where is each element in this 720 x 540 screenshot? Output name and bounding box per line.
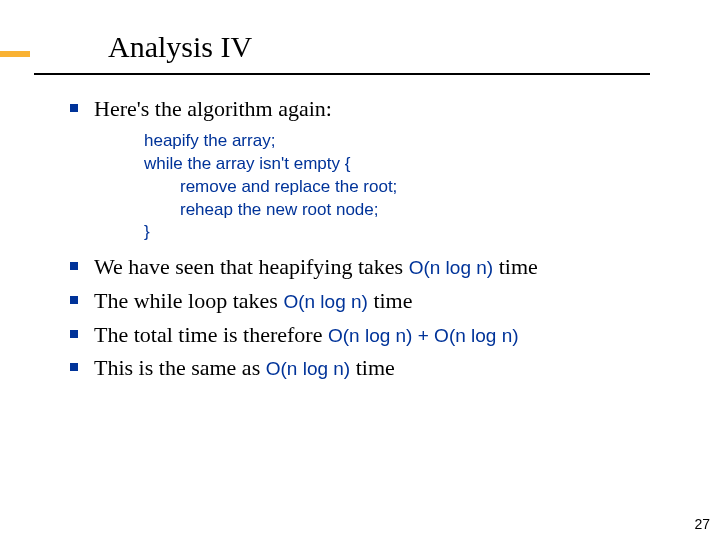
bullet-item: The total time is therefore O(n log n) +… bbox=[70, 320, 690, 350]
text-fragment: We have seen that heapifying takes bbox=[94, 254, 409, 279]
text-fragment: time bbox=[493, 254, 538, 279]
text-fragment: This is the same as bbox=[94, 355, 266, 380]
code-line: remove and replace the root; bbox=[144, 176, 690, 199]
bullet-square-icon bbox=[70, 296, 78, 304]
bullet-text: The while loop takes O(n log n) time bbox=[94, 286, 413, 316]
text-fragment: time bbox=[368, 288, 413, 313]
code-line: } bbox=[144, 221, 690, 244]
page-number: 27 bbox=[694, 516, 710, 532]
code-inline: O(n log n) bbox=[328, 325, 412, 346]
bullet-square-icon bbox=[70, 330, 78, 338]
code-inline: O(n log n) bbox=[434, 325, 518, 346]
bullet-text: Here's the algorithm again: bbox=[94, 94, 332, 124]
slide-title: Analysis IV bbox=[108, 30, 252, 64]
bullet-item: Here's the algorithm again: bbox=[70, 94, 690, 124]
bullet-square-icon bbox=[70, 104, 78, 112]
code-inline: O(n log n) bbox=[409, 257, 493, 278]
code-inline: O(n log n) bbox=[266, 358, 350, 379]
bullet-item: This is the same as O(n log n) time bbox=[70, 353, 690, 383]
slide: Analysis IV Here's the algorithm again: … bbox=[0, 0, 720, 540]
bullet-square-icon bbox=[70, 363, 78, 371]
bullet-square-icon bbox=[70, 262, 78, 270]
code-line: while the array isn't empty { bbox=[144, 153, 690, 176]
text-fragment: The total time is therefore bbox=[94, 322, 328, 347]
code-line: reheap the new root node; bbox=[144, 199, 690, 222]
bullet-item: We have seen that heapifying takes O(n l… bbox=[70, 252, 690, 282]
bullet-text: We have seen that heapifying takes O(n l… bbox=[94, 252, 538, 282]
code-inline: O(n log n) bbox=[283, 291, 367, 312]
accent-bar bbox=[0, 51, 30, 57]
title-underline bbox=[34, 73, 650, 75]
bullet-text: The total time is therefore O(n log n) +… bbox=[94, 320, 519, 350]
text-fragment: + bbox=[412, 325, 434, 346]
body-content: Here's the algorithm again: heapify the … bbox=[70, 94, 690, 387]
text-fragment: time bbox=[350, 355, 395, 380]
text-fragment: The while loop takes bbox=[94, 288, 283, 313]
code-block: heapify the array; while the array isn't… bbox=[144, 130, 690, 245]
bullet-text: This is the same as O(n log n) time bbox=[94, 353, 395, 383]
bullet-item: The while loop takes O(n log n) time bbox=[70, 286, 690, 316]
code-line: heapify the array; bbox=[144, 130, 690, 153]
